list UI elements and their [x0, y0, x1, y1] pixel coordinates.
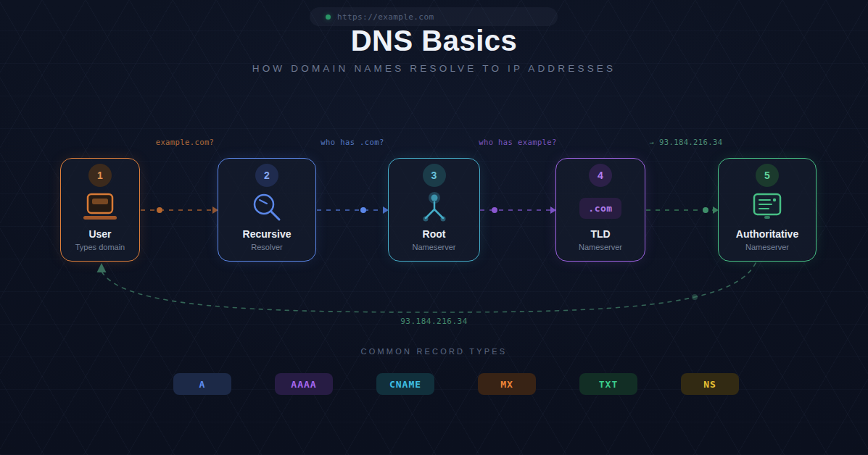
step-badge: 4: [589, 164, 612, 187]
node-subtitle: Nameserver: [413, 243, 456, 251]
server-icon: [749, 193, 785, 223]
node-subtitle: Resolver: [251, 243, 282, 251]
node-title: Root: [423, 229, 446, 239]
record-chip-txt[interactable]: TXT: [579, 373, 637, 395]
node-title: Authoritative: [736, 229, 798, 239]
step-badge: 1: [88, 164, 112, 187]
records-heading: COMMON RECORD TYPES: [0, 347, 868, 356]
address-bar[interactable]: https://example.com: [310, 7, 558, 26]
dashed-line: [317, 209, 387, 211]
node-title: User: [88, 229, 111, 239]
query-label-tld: who has .com?: [321, 138, 384, 146]
record-chip-aaaa[interactable]: AAAA: [275, 373, 333, 395]
dotcom-chip: .com: [579, 198, 621, 219]
answer-label-ip: → 93.184.216.34: [650, 138, 723, 146]
packet-dot: [703, 207, 708, 213]
record-types-row: A AAAA CNAME MX TXT NS: [173, 373, 739, 395]
page-subtitle: HOW DOMAIN NAMES RESOLVE TO IP ADDRESSES: [0, 63, 868, 74]
node-user[interactable]: 1 User Types domain: [60, 158, 140, 262]
step-badge: 5: [756, 164, 779, 187]
node-title: Recursive: [243, 229, 292, 239]
node-tld-nameserver[interactable]: 4 .com TLD Nameserver: [555, 158, 645, 262]
node-root-nameserver[interactable]: 3 Root Nameserver: [388, 158, 480, 262]
flow-arrow-3: [480, 209, 555, 211]
address-url: https://example.com: [337, 12, 434, 22]
dns-basics-infographic: https://example.com DNS Basics HOW DOMAI…: [0, 0, 868, 455]
page-title: DNS Basics: [0, 25, 868, 57]
step-badge: 2: [255, 164, 278, 187]
secure-dot-icon: [326, 14, 331, 20]
query-label-domain: example.com?: [156, 138, 215, 146]
magnifier-icon: [249, 191, 284, 225]
node-recursive-resolver[interactable]: 2 Recursive Resolver: [218, 158, 316, 262]
node-authoritative-nameserver[interactable]: 5 Authoritative Nameserver: [718, 158, 817, 262]
flow-arrow-2: [317, 209, 387, 211]
record-chip-cname[interactable]: CNAME: [376, 373, 434, 395]
flow-arrow-1: [141, 209, 217, 211]
arrowhead-up-icon: [97, 263, 107, 272]
flow-arrow-4: [646, 209, 717, 211]
node-title: TLD: [590, 229, 610, 239]
laptop-icon: [80, 192, 120, 224]
record-chip-mx[interactable]: MX: [478, 373, 536, 395]
packet-dot: [360, 207, 366, 213]
step-badge: 3: [423, 164, 446, 187]
node-subtitle: Nameserver: [579, 243, 622, 251]
packet-dot: [157, 207, 162, 213]
packet-dot: [492, 207, 497, 213]
record-chip-a[interactable]: A: [173, 373, 231, 395]
node-subtitle: Nameserver: [745, 243, 789, 251]
query-label-sld: who has example?: [479, 138, 557, 146]
packet-dot: [692, 294, 698, 300]
record-chip-ns[interactable]: NS: [681, 373, 739, 395]
hierarchy-icon: [416, 191, 452, 225]
dashed-line: [141, 209, 217, 211]
node-subtitle: Types domain: [75, 243, 125, 251]
return-ip-label: 93.184.216.34: [0, 317, 868, 326]
